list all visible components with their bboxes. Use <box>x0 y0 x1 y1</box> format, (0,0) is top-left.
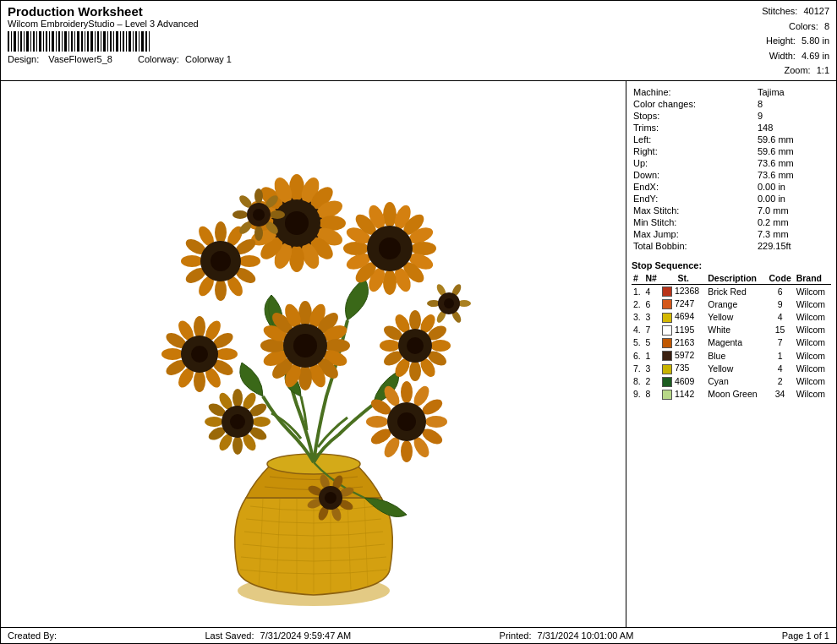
color-swatch <box>662 313 672 323</box>
svg-point-140 <box>380 340 400 352</box>
svg-point-73 <box>215 279 227 301</box>
machine-info-label: Up: <box>632 157 752 169</box>
stop-code: 6 <box>766 284 795 297</box>
machine-info-label: Stops: <box>632 110 752 122</box>
stop-brand: Wilcom <box>795 362 831 374</box>
svg-rect-35 <box>120 31 121 52</box>
svg-point-81 <box>383 202 397 227</box>
stop-swatch-cell: 4694 <box>660 310 706 323</box>
machine-info-label: EndX: <box>632 181 752 193</box>
stop-row: 5. 5 2163 Magenta 7 Wilcom <box>632 336 831 349</box>
color-swatch <box>662 325 672 336</box>
svg-point-151 <box>232 436 243 455</box>
svg-point-98 <box>379 237 401 259</box>
stat-colors: Colors: 8 <box>762 19 829 35</box>
svg-rect-38 <box>129 31 131 52</box>
machine-info-value: 229.15ft <box>752 240 831 252</box>
zoom-label: Zoom: <box>784 65 810 75</box>
svg-rect-0 <box>8 31 9 52</box>
zoom-value: 1:1 <box>817 65 829 75</box>
svg-rect-41 <box>139 31 140 52</box>
stop-num: 6. <box>632 349 643 362</box>
stop-row: 4. 7 1195 White 15 Wilcom <box>632 324 831 336</box>
machine-info-value: 9 <box>752 110 831 122</box>
stop-row: 1. 4 12368 Brick Red 6 Wilcom <box>632 284 831 297</box>
svg-point-108 <box>161 348 183 360</box>
svg-point-93 <box>343 242 369 255</box>
stitches-label: Stitches: <box>762 6 797 16</box>
stop-brand: Wilcom <box>795 336 831 349</box>
color-swatch <box>662 351 672 361</box>
stop-sequence-table: # N# St. Description Code Brand 1. 4 123… <box>632 272 831 401</box>
svg-point-168 <box>366 416 388 428</box>
machine-info-label: Max Jump: <box>632 228 752 240</box>
svg-point-177 <box>254 226 263 241</box>
svg-rect-19 <box>68 31 69 52</box>
stop-n: 2 <box>643 375 660 388</box>
stop-code: 1 <box>766 349 795 362</box>
stop-swatch-cell: 2163 <box>660 336 706 349</box>
svg-rect-13 <box>49 31 50 52</box>
svg-rect-1 <box>11 31 12 52</box>
stat-zoom: Zoom: 1:1 <box>762 63 829 79</box>
stop-brand: Wilcom <box>795 284 831 297</box>
svg-rect-7 <box>30 31 31 52</box>
svg-point-158 <box>230 414 245 429</box>
svg-point-145 <box>232 389 243 407</box>
svg-rect-17 <box>62 31 63 52</box>
width-value: 4.69 in <box>801 51 829 61</box>
svg-rect-16 <box>58 31 60 52</box>
svg-rect-40 <box>135 31 137 52</box>
footer-last-saved: Last Saved: 7/31/2024 9:59:47 AM <box>205 630 351 641</box>
created-by-label: Created By: <box>8 630 57 641</box>
stop-swatch-cell: 1142 <box>660 388 706 401</box>
stop-brand: Wilcom <box>795 349 831 362</box>
svg-rect-20 <box>71 31 73 52</box>
svg-point-137 <box>409 361 421 381</box>
machine-info-label: Trims: <box>632 122 752 134</box>
machine-info-row: Max Jump:7.3 mm <box>632 228 831 240</box>
design-label: Design: <box>8 54 39 64</box>
footer-created-by: Created By: <box>8 630 57 641</box>
machine-info-value: 73.6 mm <box>752 169 831 181</box>
stop-description: Brick Red <box>706 284 765 297</box>
col-brand: Brand <box>795 272 831 285</box>
last-saved-label: Last Saved: <box>205 630 254 641</box>
machine-info-table: Machine:TajimaColor changes:8Stops:9Trim… <box>632 86 831 252</box>
stop-swatch-cell: 735 <box>660 362 706 374</box>
header-stats: Stitches: 40127 Colors: 8 Height: 5.80 i… <box>762 4 829 79</box>
col-code: Code <box>766 272 795 285</box>
embroidery-image-area <box>1 81 626 627</box>
stop-swatch-cell: 5972 <box>660 349 706 362</box>
header: Production Worksheet Wilcom EmbroiderySt… <box>1 1 836 81</box>
stop-num: 2. <box>632 297 643 310</box>
stop-n: 3 <box>643 310 660 323</box>
svg-rect-3 <box>18 31 19 52</box>
svg-rect-32 <box>110 31 112 52</box>
main-content: Machine:TajimaColor changes:8Stops:9Trim… <box>1 81 836 627</box>
svg-point-67 <box>215 221 227 243</box>
machine-info-value: 0.2 mm <box>752 216 831 228</box>
stop-code: 2 <box>766 375 795 388</box>
svg-rect-30 <box>103 31 106 52</box>
header-left: Production Worksheet Wilcom EmbroiderySt… <box>8 4 232 79</box>
svg-rect-31 <box>107 31 108 52</box>
svg-point-134 <box>430 340 451 352</box>
svg-rect-43 <box>145 31 147 52</box>
stop-brand: Wilcom <box>795 324 831 336</box>
stop-code: 7 <box>766 336 795 349</box>
stop-description: Orange <box>706 297 765 310</box>
machine-info-label: EndY: <box>632 193 752 205</box>
svg-rect-11 <box>43 31 44 52</box>
machine-info-label: Down: <box>632 169 752 181</box>
stop-table-header: # N# St. Description Code Brand <box>632 272 831 285</box>
stop-description: Magenta <box>706 336 765 349</box>
stop-n: 8 <box>643 388 660 401</box>
svg-point-175 <box>270 210 285 219</box>
machine-info-label: Min Stitch: <box>632 216 752 228</box>
svg-rect-26 <box>90 31 93 52</box>
software-version: Wilcom EmbroideryStudio – Level 3 Advanc… <box>8 19 232 29</box>
colors-value: 8 <box>824 21 829 31</box>
svg-point-172 <box>397 412 416 431</box>
svg-point-66 <box>285 211 309 235</box>
